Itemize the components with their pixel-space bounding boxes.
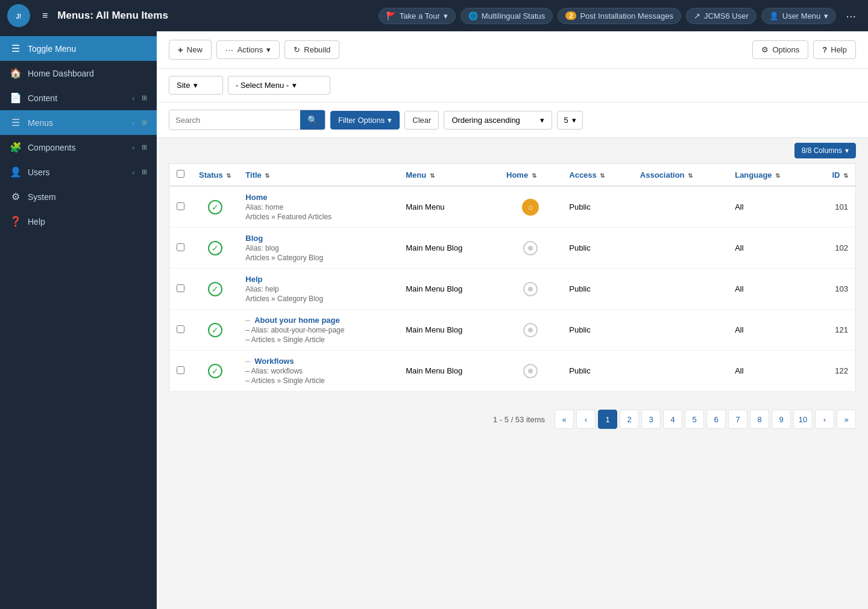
table-row: ✓– Workflows – Alias: workflows – Articl… bbox=[169, 351, 856, 392]
menu-chevron-icon bbox=[292, 81, 297, 90]
row-checkbox[interactable] bbox=[177, 325, 184, 333]
sidebar-item-components[interactable]: 🧩 Components › ⊞ bbox=[0, 135, 157, 160]
page-5-button[interactable]: 5 bbox=[685, 410, 704, 429]
page-6-button[interactable]: 6 bbox=[706, 410, 726, 429]
status-sort-icon: ⇅ bbox=[226, 172, 231, 179]
navbar-actions: 🚩 Take a Tour 🌐 Multilingual Status 2 Po… bbox=[379, 7, 861, 25]
home-inactive-icon[interactable] bbox=[523, 241, 538, 255]
more-options-button[interactable]: ··· bbox=[841, 7, 861, 25]
row-language: All bbox=[728, 310, 812, 351]
search-input[interactable] bbox=[169, 111, 300, 129]
page-title: ≡ Menus: All Menu Items bbox=[42, 10, 379, 22]
home-inactive-icon[interactable] bbox=[523, 282, 538, 296]
row-access: Public bbox=[562, 310, 633, 351]
status-published-icon[interactable]: ✓ bbox=[208, 241, 222, 255]
main-layout: ☰ Toggle Menu 🏠 Home Dashboard 📄 Content… bbox=[0, 31, 868, 609]
sidebar-item-content[interactable]: 📄 Content › ⊞ bbox=[0, 86, 157, 110]
page-10-button[interactable]: 10 bbox=[793, 410, 813, 429]
menu-item-link[interactable]: Help bbox=[245, 275, 262, 284]
ordering-select[interactable]: Ordering ascending bbox=[444, 111, 552, 130]
header-id[interactable]: ID ⇅ bbox=[812, 164, 855, 187]
sidebar-toggle-menu[interactable]: ☰ Toggle Menu bbox=[0, 36, 157, 61]
page-first-button[interactable]: « bbox=[555, 410, 574, 429]
page-4-button[interactable]: 4 bbox=[663, 410, 682, 429]
page-last-button[interactable]: » bbox=[837, 410, 856, 429]
item-type: Articles » Category Blog bbox=[245, 295, 391, 303]
menu-select[interactable]: - Select Menu - bbox=[228, 76, 330, 95]
row-menu: Main Menu Blog bbox=[398, 310, 499, 351]
page-1-button[interactable]: 1 bbox=[598, 410, 617, 429]
users-icon: 👤 bbox=[10, 166, 22, 178]
association-sort-icon: ⇅ bbox=[688, 172, 693, 179]
home-active-icon[interactable]: ⌂ bbox=[522, 199, 539, 216]
menu-item-link[interactable]: Workflows bbox=[254, 357, 294, 366]
header-language[interactable]: Language ⇅ bbox=[728, 164, 812, 187]
status-published-icon[interactable]: ✓ bbox=[208, 364, 222, 378]
page-9-button[interactable]: 9 bbox=[772, 410, 791, 429]
toggle-icon: ☰ bbox=[10, 43, 22, 54]
status-published-icon[interactable]: ✓ bbox=[208, 200, 222, 214]
select-all-checkbox[interactable] bbox=[177, 170, 184, 178]
page-7-button[interactable]: 7 bbox=[728, 410, 747, 429]
columns-button[interactable]: 8/8 Columns bbox=[794, 143, 856, 158]
sidebar-menus-label: Menus bbox=[28, 118, 126, 128]
new-button[interactable]: New bbox=[169, 40, 212, 60]
rebuild-button[interactable]: Rebuild bbox=[285, 40, 339, 59]
menus-grid-icon: ⊞ bbox=[142, 119, 147, 126]
jcms-user-button[interactable]: ↗ JCMS6 User bbox=[686, 8, 756, 24]
menu-item-link[interactable]: Home bbox=[245, 193, 267, 202]
sidebar-item-users[interactable]: 👤 Users › ⊞ bbox=[0, 160, 157, 184]
row-home bbox=[499, 269, 562, 310]
header-association[interactable]: Association ⇅ bbox=[633, 164, 728, 187]
page-prev-button[interactable]: ‹ bbox=[576, 410, 596, 429]
header-menu[interactable]: Menu ⇅ bbox=[398, 164, 499, 187]
header-access[interactable]: Access ⇅ bbox=[562, 164, 633, 187]
content-grid-icon: ⊞ bbox=[142, 94, 147, 102]
sidebar-item-home-dashboard[interactable]: 🏠 Home Dashboard bbox=[0, 61, 157, 86]
item-alias: Alias: blog bbox=[245, 244, 391, 252]
search-button[interactable]: 🔍 bbox=[300, 110, 325, 130]
filter-options-button[interactable]: Filter Options bbox=[330, 111, 400, 130]
page-2-button[interactable]: 2 bbox=[620, 410, 639, 429]
row-access: Public bbox=[562, 351, 633, 392]
page-8-button[interactable]: 8 bbox=[750, 410, 769, 429]
post-installation-messages-button[interactable]: 2 Post Installation Messages bbox=[558, 8, 681, 24]
help-button[interactable]: Help bbox=[813, 40, 856, 59]
status-published-icon[interactable]: ✓ bbox=[208, 282, 222, 296]
header-status[interactable]: Status ⇅ bbox=[192, 164, 238, 187]
row-checkbox[interactable] bbox=[177, 243, 184, 251]
row-access: Public bbox=[562, 186, 633, 228]
take-a-tour-button[interactable]: 🚩 Take a Tour bbox=[379, 8, 456, 24]
multilingual-status-button[interactable]: 🌐 Multilingual Status bbox=[461, 8, 553, 24]
count-select[interactable]: 5 bbox=[557, 111, 582, 130]
table-row: ✓Help Alias: help Articles » Category Bl… bbox=[169, 269, 856, 310]
sidebar-item-help[interactable]: ❓ Help bbox=[0, 209, 157, 234]
header-title[interactable]: Title ⇅ bbox=[238, 164, 398, 187]
clear-button[interactable]: Clear bbox=[404, 111, 439, 130]
menu-item-link[interactable]: Blog bbox=[245, 234, 263, 243]
header-home[interactable]: Home ⇅ bbox=[499, 164, 562, 187]
page-3-button[interactable]: 3 bbox=[641, 410, 661, 429]
menu-item-link[interactable]: About your home page bbox=[254, 316, 340, 325]
plus-icon bbox=[178, 45, 183, 55]
row-checkbox[interactable] bbox=[177, 284, 184, 292]
page-next-button[interactable]: › bbox=[815, 410, 834, 429]
row-checkbox[interactable] bbox=[177, 366, 184, 374]
status-published-icon[interactable]: ✓ bbox=[208, 323, 222, 337]
options-button[interactable]: Options bbox=[752, 40, 808, 59]
external-link-icon: ↗ bbox=[694, 11, 700, 20]
row-access: Public bbox=[562, 269, 633, 310]
pagination-bar: 1 - 5 / 53 items « ‹ 1 2 3 4 5 6 7 8 9 1… bbox=[157, 404, 868, 439]
ordering-chevron-icon bbox=[540, 116, 544, 125]
actions-button[interactable]: Actions bbox=[216, 40, 280, 59]
site-select[interactable]: Site bbox=[169, 76, 223, 95]
home-inactive-icon[interactable] bbox=[523, 323, 538, 337]
home-inactive-icon[interactable] bbox=[523, 364, 538, 378]
sidebar-item-system[interactable]: ⚙ System bbox=[0, 184, 157, 209]
search-bar: 🔍 Filter Options Clear Ordering ascendin… bbox=[157, 102, 868, 138]
users-grid-icon: ⊞ bbox=[142, 168, 147, 176]
content-area: New Actions Rebuild Options Help bbox=[157, 31, 868, 609]
row-checkbox[interactable] bbox=[177, 202, 184, 210]
user-menu-button[interactable]: 👤 User Menu bbox=[761, 8, 837, 24]
sidebar-item-menus[interactable]: ☰ Menus › ⊞ bbox=[0, 110, 157, 135]
